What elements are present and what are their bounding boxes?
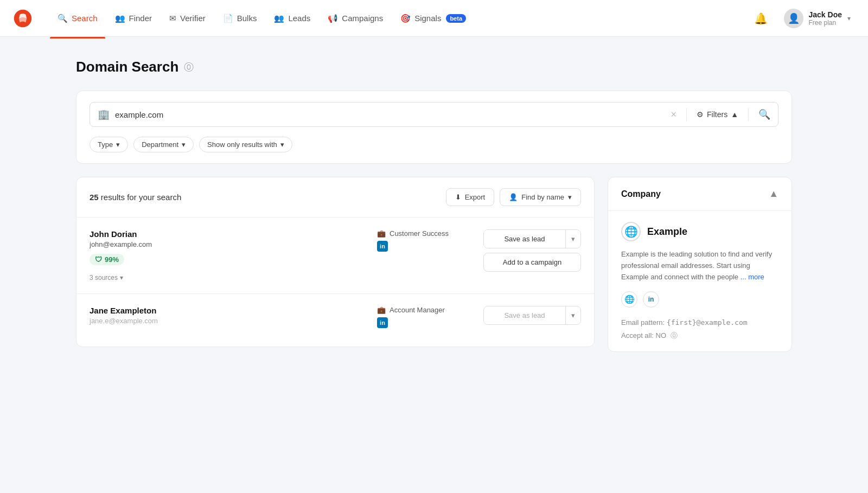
result-row: Jane Exampleton jane.e@example.com 💼 Acc…: [76, 294, 594, 342]
type-filter[interactable]: Type ▾: [90, 137, 128, 152]
dept-label: Customer Success: [390, 229, 449, 238]
department-name: 💼 Customer Success: [377, 229, 475, 238]
clear-search-button[interactable]: ×: [671, 109, 677, 120]
main-content: Domain Search ⓪ 🏢 × ⚙ Filters ▲ 🔍 Type: [54, 37, 814, 352]
search-nav-icon: 🔍: [58, 14, 68, 23]
nav-item-campaigns[interactable]: 📢 Campaigns: [320, 9, 391, 28]
divider: [686, 108, 687, 121]
user-plan: Free plan: [809, 19, 842, 27]
help-icon[interactable]: ⓪: [184, 61, 194, 74]
accept-all-help-icon[interactable]: ⓪: [671, 331, 678, 340]
department-info: 💼 Customer Success in: [377, 229, 475, 252]
verifier-nav-icon: ✉: [169, 14, 176, 23]
save-as-lead-button-group: Save as lead ▾: [483, 306, 581, 325]
search-card: 🏢 × ⚙ Filters ▲ 🔍 Type ▾ Department: [76, 91, 792, 164]
person-email: john@example.com: [90, 240, 368, 248]
filters-button[interactable]: ⚙ Filters ▲: [697, 110, 738, 119]
search-execute-button[interactable]: 🔍: [758, 108, 770, 120]
nav-signals-label: Signals: [414, 14, 441, 23]
person-details: John Dorian john@example.com 🛡 99% 3 sou…: [90, 229, 368, 281]
filters-chevron-icon: ▲: [731, 110, 738, 119]
briefcase-icon: 💼: [377, 306, 386, 314]
logo[interactable]: [13, 9, 33, 28]
campaigns-nav-icon: 📢: [328, 14, 338, 23]
find-by-name-button[interactable]: 👤 Find by name ▾: [500, 188, 581, 206]
company-card-header: Company ▲: [608, 177, 792, 211]
nav-item-signals[interactable]: 🎯 Signals beta: [393, 9, 474, 28]
company-name: Example: [647, 226, 687, 238]
result-actions: Save as lead ▾ Add to a campaign: [483, 229, 581, 272]
leads-nav-icon: 👥: [274, 14, 284, 23]
nav-item-verifier[interactable]: ✉ Verifier: [162, 9, 213, 28]
sources-text: 3 sources: [90, 274, 118, 281]
department-filter-label: Department: [142, 140, 178, 149]
domain-search-input[interactable]: [115, 110, 666, 119]
export-label: Export: [465, 193, 486, 201]
show-only-chevron-icon: ▾: [280, 140, 284, 149]
collapse-company-button[interactable]: ▲: [769, 188, 778, 200]
nav-item-leads[interactable]: 👥 Leads: [266, 9, 318, 28]
save-as-lead-chevron-button[interactable]: ▾: [565, 230, 580, 248]
email-pattern-label: Email pattern:: [621, 318, 665, 326]
nav-items: 🔍 Search 👥 Finder ✉ Verifier 📄 Bulks 👥 L…: [50, 9, 751, 28]
show-only-filter-label: Show only results with: [207, 140, 277, 149]
beta-badge: beta: [446, 14, 466, 23]
nav-verifier-label: Verifier: [180, 14, 206, 23]
avatar: 👤: [784, 9, 803, 28]
result-row: John Dorian john@example.com 🛡 99% 3 sou…: [76, 217, 594, 294]
person-name: Jane Exampleton: [90, 306, 368, 315]
company-linkedin-icon[interactable]: in: [643, 291, 659, 308]
find-by-name-chevron-icon: ▾: [568, 193, 572, 201]
save-as-lead-button[interactable]: Save as lead: [484, 306, 565, 324]
company-more-link[interactable]: ... more: [741, 273, 764, 281]
company-details: Email pattern: {first}@example.com Accep…: [621, 318, 778, 341]
company-card: Company ▲ 🌐 Example Example is the leadi…: [608, 177, 792, 352]
save-as-lead-button[interactable]: Save as lead: [484, 230, 565, 248]
notification-button[interactable]: 🔔: [751, 9, 771, 28]
department-chevron-icon: ▾: [182, 140, 186, 149]
show-only-filter[interactable]: Show only results with ▾: [199, 137, 292, 152]
person-details: Jane Exampleton jane.e@example.com: [90, 306, 368, 330]
bell-icon: 🔔: [754, 12, 768, 25]
save-as-lead-button-group: Save as lead ▾: [483, 229, 581, 248]
filter-row: Type ▾ Department ▾ Show only results wi…: [90, 137, 778, 152]
signals-nav-icon: 🎯: [400, 14, 411, 23]
export-icon: ⬇: [455, 193, 461, 201]
find-by-name-label: Find by name: [521, 193, 564, 201]
sources-link[interactable]: 3 sources ▾: [90, 274, 368, 281]
nav-item-bulks[interactable]: 📄 Bulks: [215, 9, 265, 28]
divider2: [748, 108, 749, 121]
department-info: 💼 Account Manager in: [377, 306, 475, 328]
count-number: 25: [90, 193, 99, 202]
department-name: 💼 Account Manager: [377, 306, 475, 314]
briefcase-icon: 💼: [377, 229, 386, 238]
nav-campaigns-label: Campaigns: [342, 14, 383, 23]
linkedin-icon[interactable]: in: [377, 241, 388, 252]
linkedin-icon[interactable]: in: [377, 317, 388, 328]
company-name-row: 🌐 Example: [621, 222, 778, 241]
save-as-lead-chevron-button[interactable]: ▾: [565, 306, 580, 324]
count-label: results for your search: [101, 193, 181, 202]
user-menu[interactable]: 👤 Jack Doe Free plan ▾: [780, 7, 855, 30]
results-count: 25 results for your search: [90, 193, 181, 202]
results-header: 25 results for your search ⬇ Export 👤 Fi…: [76, 177, 594, 217]
nav-item-search[interactable]: 🔍 Search: [50, 9, 105, 28]
search-icon: 🔍: [758, 108, 770, 120]
user-name: Jack Doe: [809, 10, 842, 19]
chevron-down-icon: ▾: [847, 15, 851, 22]
export-button[interactable]: ⬇ Export: [446, 188, 495, 206]
accept-all-label: Accept all:: [621, 331, 654, 340]
shield-icon: 🛡: [95, 255, 102, 264]
type-filter-label: Type: [98, 140, 113, 149]
department-filter[interactable]: Department ▾: [133, 137, 194, 152]
nav-leads-label: Leads: [288, 14, 310, 23]
company-section-title: Company: [621, 189, 661, 199]
sources-chevron-icon: ▾: [120, 274, 123, 281]
filters-icon: ⚙: [697, 110, 704, 119]
add-to-campaign-button[interactable]: Add to a campaign: [483, 253, 581, 272]
score-value: 99%: [105, 255, 119, 264]
company-website-icon[interactable]: 🌐: [621, 291, 637, 308]
nav-item-finder[interactable]: 👥 Finder: [107, 9, 160, 28]
clear-icon: ×: [671, 109, 677, 120]
results-area: 25 results for your search ⬇ Export 👤 Fi…: [76, 177, 792, 352]
